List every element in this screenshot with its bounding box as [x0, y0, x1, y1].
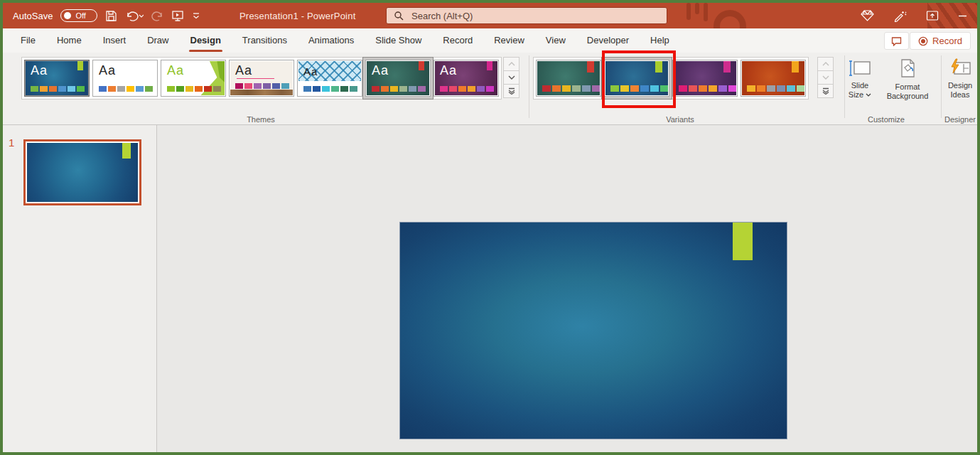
theme-color-swatches	[31, 86, 85, 92]
record-button[interactable]: Record	[910, 32, 971, 50]
slide-canvas[interactable]	[399, 222, 787, 439]
variants-scroll-up-button[interactable]	[817, 57, 834, 71]
theme-thumbnail-theme-applied[interactable]: Aa	[365, 60, 431, 97]
slide-size-label-1: Slide	[851, 81, 868, 90]
ribbon-display-options-icon[interactable]	[926, 10, 939, 21]
redo-icon[interactable]	[151, 10, 163, 22]
toggle-dot-icon	[64, 12, 71, 19]
themes-more-button[interactable]	[503, 84, 519, 98]
tab-review[interactable]: Review	[483, 28, 535, 53]
gem-icon[interactable]	[861, 10, 874, 21]
theme-thumbnail-theme-purple[interactable]: Aa	[434, 60, 499, 97]
search-box[interactable]	[386, 7, 667, 24]
slide-1-thumbnail[interactable]	[23, 139, 141, 205]
variants-scroll-down-button[interactable]	[817, 70, 834, 85]
undo-icon[interactable]	[125, 10, 144, 22]
theme-accent-tab	[792, 61, 799, 73]
theme-color-swatches	[303, 86, 357, 92]
theme-accent-tab	[77, 61, 83, 70]
comment-icon	[891, 36, 902, 46]
window-title: Presentation1 - PowerPoint	[239, 3, 355, 28]
theme-accent-tab	[655, 61, 662, 73]
ribbon-tab-bar: FileHomeInsertDrawDesignTransitionsAnima…	[3, 28, 977, 53]
tab-slide-show[interactable]: Slide Show	[365, 28, 432, 53]
theme-thumbnail-theme-integral[interactable]: Aa	[297, 60, 362, 97]
variants-gallery	[533, 57, 809, 100]
thumbnail-preview: Aa	[367, 61, 429, 95]
theme-color-swatches	[542, 85, 600, 92]
minimize-icon[interactable]	[958, 11, 967, 21]
autosave-label: AutoSave	[13, 11, 53, 21]
tab-file[interactable]: File	[10, 28, 46, 53]
themes-scroll-up-button[interactable]	[503, 57, 519, 71]
variant-thumbnail-variant-1-green[interactable]	[536, 60, 601, 97]
theme-color-swatches	[610, 85, 668, 92]
slide-accent-tab	[122, 143, 131, 159]
theme-thumbnail-theme-facet[interactable]: Aa	[161, 60, 226, 97]
thumbnail-preview: Aa	[230, 61, 293, 95]
variants-more-button[interactable]	[817, 84, 834, 98]
editing-canvas	[158, 125, 977, 452]
save-icon[interactable]	[105, 10, 117, 22]
tab-label: Animations	[308, 35, 354, 46]
group-separator	[941, 55, 942, 118]
workspace: 1	[3, 125, 977, 452]
slide-accent-tab	[733, 223, 753, 260]
tab-label: Slide Show	[375, 35, 421, 46]
customize-group-label: Customize	[868, 115, 905, 124]
tab-transitions[interactable]: Transitions	[232, 28, 298, 53]
tab-view[interactable]: View	[535, 28, 576, 53]
tab-developer[interactable]: Developer	[576, 28, 640, 53]
thumbnail-preview	[742, 61, 804, 95]
variant-thumbnail-variant-2-blue[interactable]	[604, 60, 669, 97]
themes-scroll-down-button[interactable]	[503, 70, 519, 85]
theme-thumbnail-theme-ion-boardroom[interactable]: Aa	[229, 60, 294, 97]
design-ideas-icon	[949, 58, 971, 78]
tab-draw[interactable]: Draw	[136, 28, 179, 53]
design-ideas-label-2: Ideas	[951, 90, 970, 100]
record-dot-icon	[918, 36, 928, 46]
slide-size-button[interactable]: Slide Size	[841, 55, 878, 117]
theme-thumbnail-theme-current[interactable]: Aa	[24, 60, 90, 97]
slide-size-label-2: Size	[849, 90, 863, 100]
thumbnail-preview: Aa	[162, 61, 225, 95]
tab-label: Help	[650, 35, 669, 46]
theme-thumbnail-theme-office[interactable]: Aa	[92, 60, 158, 97]
autosave-toggle[interactable]: Off	[60, 9, 97, 22]
slide-1-thumbnail-preview	[27, 143, 138, 202]
search-input[interactable]	[410, 10, 659, 22]
tab-home[interactable]: Home	[46, 28, 92, 53]
thumbnail-preview: Aa	[26, 61, 88, 95]
theme-color-swatches	[235, 83, 289, 89]
tab-label: Record	[443, 35, 473, 46]
sparkle-icon[interactable]	[893, 10, 907, 22]
thumbnail-preview: Aa	[435, 61, 497, 95]
theme-aa-sample: Aa	[440, 63, 457, 78]
design-ideas-label-1: Design	[948, 81, 972, 90]
variant-thumbnail-variant-4-orange[interactable]	[741, 60, 806, 97]
tab-insert[interactable]: Insert	[92, 28, 137, 53]
tab-animations[interactable]: Animations	[298, 28, 365, 53]
theme-aa-sample: Aa	[372, 63, 389, 78]
theme-accent-tab	[587, 61, 594, 73]
themes-gallery-scrollbar	[503, 57, 519, 98]
record-button-label: Record	[932, 36, 962, 46]
customize-quick-access-toolbar-icon[interactable]	[192, 11, 200, 20]
tab-record[interactable]: Record	[432, 28, 483, 53]
theme-aa-sample: Aa	[303, 65, 318, 77]
tab-label: Design	[190, 35, 221, 46]
variant-thumbnail-variant-3-purple[interactable]	[672, 60, 738, 97]
tab-label: Developer	[587, 35, 629, 46]
tab-design[interactable]: Design	[180, 28, 232, 53]
tab-help[interactable]: Help	[640, 28, 680, 53]
ribbon-tabs: FileHomeInsertDrawDesignTransitionsAnima…	[10, 28, 680, 53]
dropdown-chevron-icon	[866, 93, 871, 97]
design-ideas-button[interactable]: Design Ideas	[944, 55, 976, 117]
comments-button[interactable]	[884, 32, 909, 50]
title-bar: AutoSave Off	[3, 3, 977, 28]
format-background-button[interactable]: Format Background	[881, 55, 934, 117]
group-separator	[529, 55, 529, 118]
start-slideshow-icon[interactable]	[171, 10, 184, 22]
theme-aa-sample: Aa	[167, 63, 184, 78]
screenshot-green-frame: AutoSave Off	[0, 0, 980, 455]
